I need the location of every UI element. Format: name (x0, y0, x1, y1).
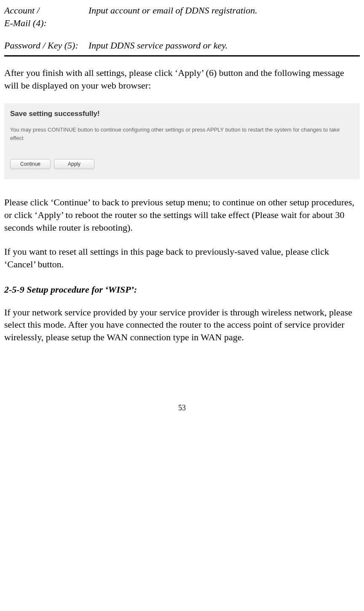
save-setting-screenshot: Save setting successfully! You may press… (4, 103, 360, 179)
continue-button[interactable]: Continue (10, 159, 51, 169)
term-line: Account / (4, 5, 40, 16)
screenshot-title: Save setting successfully! (10, 109, 354, 119)
body-paragraph: If you want to reset all settings in thi… (4, 245, 360, 270)
apply-button[interactable]: Apply (54, 159, 94, 169)
screenshot-description: You may press CONTINUE button to continu… (10, 126, 354, 142)
definition-desc-account: Input account or email of DDNS registrat… (88, 4, 360, 29)
section-divider (4, 55, 360, 57)
page-number: 53 (4, 403, 360, 413)
body-paragraph: Please click ‘Continue’ to back to previ… (4, 196, 360, 234)
definition-term-password: Password / Key (5): (4, 39, 88, 52)
definition-term-account: Account / E-Mail (4): (4, 4, 88, 29)
body-paragraph: If your network service provided by your… (4, 306, 360, 344)
section-heading: 2-5-9 Setup procedure for ‘WISP’: (4, 283, 360, 296)
definition-row-password: Password / Key (5): Input DDNS service p… (4, 39, 360, 52)
definition-desc-password: Input DDNS service password or key. (88, 39, 360, 52)
screenshot-button-row: Continue Apply (10, 159, 354, 169)
definition-row-account: Account / E-Mail (4): Input account or e… (4, 4, 360, 29)
body-paragraph: After you finish with all settings, plea… (4, 67, 360, 92)
term-line: E-Mail (4): (4, 18, 47, 28)
